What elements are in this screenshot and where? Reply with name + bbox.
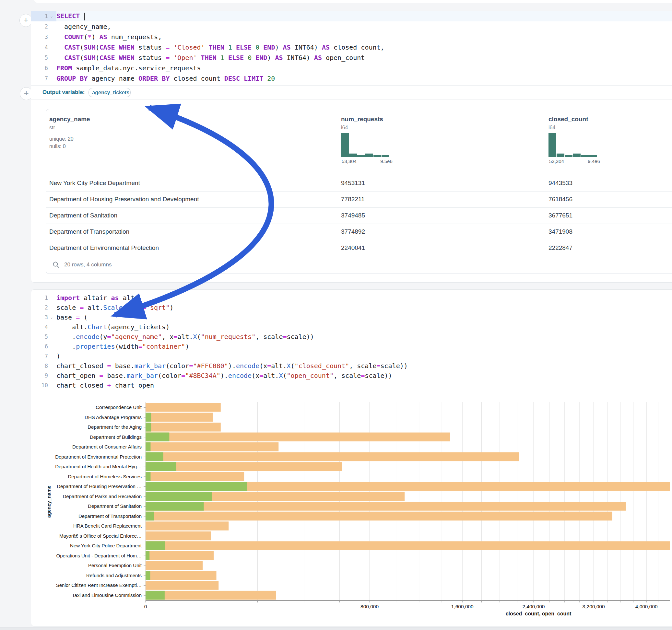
svg-text:9.4e6: 9.4e6 — [588, 159, 600, 164]
python-cell-card: 1import altair as alt2scale = alt.Scale(… — [31, 289, 672, 626]
python-code-editor[interactable]: 1import altair as alt2scale = alt.Scale(… — [31, 293, 672, 390]
code-line[interactable]: 9chart_open = base.mark_bar(color="#8BC3… — [31, 371, 672, 381]
closed-count-bar — [146, 551, 214, 560]
open-count-bar — [146, 492, 212, 501]
output-variable-label: Output variable: — [43, 89, 85, 96]
code-line[interactable]: 3⌄base = ( — [31, 312, 672, 322]
code-line[interactable]: 6FROM sample_data.nyc.service_requests — [31, 63, 672, 73]
result-table-rows: New York City Police Department945313194… — [46, 175, 672, 256]
closed-count-bar — [146, 413, 213, 422]
svg-text:Taxi and Limousine Commission: Taxi and Limousine Commission — [72, 592, 142, 598]
svg-text:Department of Transportation: Department of Transportation — [78, 513, 142, 519]
code-text: chart_closed + chart_open — [56, 382, 154, 389]
open-count-bar — [146, 472, 150, 481]
code-line[interactable]: 3 COUNT(*) AS num_requests, — [31, 32, 672, 42]
line-number: 2 — [31, 23, 48, 30]
closed-count-bar — [146, 502, 626, 511]
result-table-header: agency_namestrunique: 20nulls: 0num_requ… — [46, 109, 672, 175]
line-gutter: 6 — [31, 342, 56, 351]
result-table-footer: 20 rows, 4 columns — [46, 257, 672, 273]
table-cell: Department of Housing Preservation and D… — [49, 196, 199, 203]
code-text: scale = alt.Scale(type="sqrt") — [56, 304, 173, 311]
column-name: agency_name — [49, 116, 90, 123]
code-line[interactable]: 4 alt.Chart(agency_tickets) — [31, 322, 672, 332]
table-cell: 7618456 — [549, 196, 573, 203]
code-line[interactable]: 6 .properties(width="container") — [31, 342, 672, 351]
sql-cell-card: 1⌄SELECT 2 agency_name,3 COUNT(*) AS num… — [31, 11, 672, 283]
table-cell: 2222847 — [549, 244, 573, 251]
chevron-down-icon[interactable]: ⌄ — [48, 15, 55, 18]
open-count-bar — [146, 571, 150, 580]
svg-text:3,200,000: 3,200,000 — [582, 604, 605, 609]
code-line[interactable]: 8chart_closed = base.mark_bar(color="#FF… — [31, 361, 672, 371]
closed-count-bar — [146, 532, 211, 540]
line-gutter: 7 — [31, 73, 56, 83]
table-row: New York City Police Department945313194… — [46, 175, 672, 191]
open-count-bar — [146, 482, 247, 491]
chevron-down-icon[interactable]: ⌄ — [48, 316, 55, 319]
svg-text:Department of Parks and Recrea: Department of Parks and Recreation — [63, 493, 142, 499]
table-row: Department of Housing Preservation and D… — [46, 191, 672, 208]
svg-text:Department of Homeless Service: Department of Homeless Services — [68, 474, 142, 479]
code-line[interactable]: 1import altair as alt — [31, 293, 672, 303]
line-gutter: 2 — [31, 303, 56, 312]
code-text: .encode(y="agency_name", x=alt.X("num_re… — [56, 333, 314, 341]
line-number: 4 — [31, 44, 48, 51]
code-line[interactable]: 10chart_closed + chart_open — [31, 381, 672, 390]
svg-text:Department of Sanitation: Department of Sanitation — [88, 503, 142, 509]
code-line[interactable]: 4 CAST(SUM(CASE WHEN status = 'Closed' T… — [31, 42, 672, 52]
svg-text:9.5e6: 9.5e6 — [380, 159, 392, 164]
code-text: ) — [56, 352, 60, 360]
column-histogram: 53,3049.4e6 — [549, 132, 617, 165]
column-stat: nulls: 0 — [49, 143, 90, 150]
svg-text:Mayorâ€ s Office of Special En: Mayorâ€ s Office of Special Enforce… — [59, 533, 142, 539]
open-count-bar — [146, 433, 169, 442]
code-line[interactable]: 1⌄SELECT — [31, 11, 672, 21]
svg-text:Department of Consumer Affairs: Department of Consumer Affairs — [72, 444, 142, 450]
code-line[interactable]: 2 agency_name, — [31, 21, 672, 32]
svg-text:Department of Buildings: Department of Buildings — [90, 434, 142, 440]
open-count-bar — [146, 541, 165, 550]
bar-chart-svg: Correspondence UnitDHS Advantage Program… — [38, 402, 670, 622]
code-text: chart_closed = base.mark_bar(color="#FFC… — [56, 362, 408, 370]
table-row: Department of Sanitation37494853677651 — [46, 208, 672, 224]
line-number: 4 — [31, 324, 48, 330]
closed-count-bar — [146, 472, 244, 481]
line-gutter: 2 — [31, 21, 56, 32]
code-line[interactable]: 5 CAST(SUM(CASE WHEN status = 'Open' THE… — [31, 52, 672, 63]
output-variable-pill[interactable]: agency_tickets — [89, 88, 130, 97]
svg-text:Department of Housing Preserva: Department of Housing Preservation … — [57, 484, 142, 489]
code-text: CAST(SUM(CASE WHEN status = 'Open' THEN … — [56, 54, 365, 62]
line-gutter: 10 — [31, 381, 56, 390]
table-cell: Department of Environmental Protection — [49, 244, 159, 251]
line-gutter: 7 — [31, 351, 56, 361]
code-line[interactable]: 5 .encode(y="agency_name", x=alt.X("num_… — [31, 332, 672, 342]
open-count-bar — [146, 551, 149, 560]
closed-count-bar — [146, 433, 450, 442]
line-number: 3 — [31, 314, 48, 320]
closed-count-bar — [146, 561, 202, 570]
code-line[interactable]: 7GROUP BY agency_name ORDER BY closed_co… — [31, 73, 672, 83]
line-gutter: 4 — [31, 42, 56, 52]
table-row: Department of Environmental Protection22… — [46, 240, 672, 256]
line-number: 5 — [31, 334, 48, 340]
svg-text:800,000: 800,000 — [360, 604, 379, 609]
line-number: 7 — [31, 353, 48, 359]
search-icon[interactable] — [52, 261, 59, 268]
code-line[interactable]: 7) — [31, 351, 672, 361]
open-count-bar — [146, 442, 150, 452]
code-text: base = ( — [56, 313, 88, 321]
closed-count-bar — [146, 442, 279, 452]
closed-count-bar — [146, 403, 221, 412]
svg-text:4,000,000: 4,000,000 — [635, 604, 658, 609]
svg-text:Personal Exemption Unit: Personal Exemption Unit — [88, 563, 142, 568]
add-cell-button-top[interactable]: + — [20, 14, 32, 27]
table-cell: 3677651 — [549, 212, 573, 219]
code-text: agency_name, — [56, 23, 111, 30]
code-line[interactable]: 2scale = alt.Scale(type="sqrt") — [31, 303, 672, 312]
closed-count-bar — [146, 453, 519, 461]
y-axis-title: agency_name — [46, 485, 51, 517]
table-cell: 3471908 — [549, 228, 573, 235]
sql-code-editor[interactable]: 1⌄SELECT 2 agency_name,3 COUNT(*) AS num… — [31, 11, 672, 83]
svg-text:Department for the Aging: Department for the Aging — [88, 424, 142, 430]
